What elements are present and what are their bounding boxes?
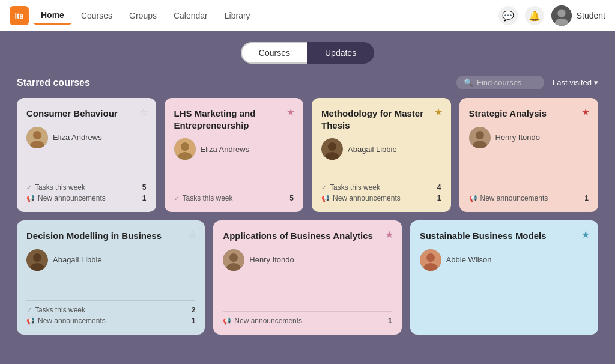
stat-count: 5	[142, 183, 147, 192]
avatar	[551, 5, 572, 26]
main-content: Starred courses 🔍 Last visited ▾ ☆ Consu…	[0, 71, 615, 344]
card-stats: ✓Tasks this week 4 📢New announcements 1	[321, 178, 441, 202]
user-menu[interactable]: Student	[551, 5, 605, 26]
stat-row: ✓Tasks this week 4	[321, 183, 441, 192]
stat-label: Tasks this week	[35, 306, 85, 314]
svg-point-19	[229, 253, 238, 262]
stat-row: 📢New announcements 1	[223, 317, 392, 325]
stat-label: Tasks this week	[183, 194, 233, 202]
stat-label: New announcements	[38, 317, 106, 325]
course-card-strategic-analysis[interactable]: ★ Strategic Analysis Henry Itondo 📢New a…	[459, 98, 599, 212]
stat-label: Tasks this week	[35, 183, 85, 192]
instructor-avatar	[26, 127, 48, 148]
card-stats: ✓Tasks this week 2 📢New announcements 1	[26, 300, 195, 325]
check-icon: ✓	[26, 184, 32, 192]
logo: its	[10, 6, 29, 25]
stat-count: 1	[192, 317, 196, 325]
star-icon[interactable]: ★	[581, 106, 590, 118]
instructor-avatar	[469, 127, 491, 148]
instructor-avatar	[174, 138, 196, 160]
card-title: LHS Marketing and Entrepreneurship	[174, 108, 294, 131]
stat-row: ✓Tasks this week 5	[26, 183, 147, 192]
stat-label: New announcements	[38, 194, 106, 202]
svg-point-4	[33, 131, 41, 139]
instructor-row: Henry Itondo	[469, 127, 589, 148]
search-area[interactable]: 🔍	[456, 76, 544, 89]
stat-label: Tasks this week	[330, 183, 380, 192]
star-icon[interactable]: ★	[434, 106, 443, 118]
section-actions: 🔍 Last visited ▾	[456, 76, 598, 89]
stat-count: 4	[437, 183, 441, 192]
card-title: Applications of Business Analytics	[223, 230, 392, 242]
stat-count: 5	[289, 194, 294, 202]
star-icon[interactable]: ★	[286, 106, 295, 118]
nav-library[interactable]: Library	[217, 7, 258, 24]
star-icon[interactable]: ★	[385, 229, 393, 240]
stat-count: 2	[192, 306, 196, 314]
stat-count: 1	[437, 194, 441, 202]
sort-dropdown[interactable]: Last visited ▾	[553, 78, 598, 87]
svg-point-13	[476, 131, 484, 139]
card-stats: ✓Tasks this week 5 📢New announcements 1	[26, 178, 147, 202]
course-card-methodology[interactable]: ★ Methodology for Master Thesis Abagail …	[312, 98, 451, 212]
instructor-row: Abagail Libbie	[321, 138, 441, 160]
instructor-row: Henry Itondo	[223, 249, 392, 271]
navbar: its Home Courses Groups Calendar Library…	[0, 0, 615, 31]
instructor-name: Eliza Andrews	[53, 133, 102, 142]
tab-switcher: Courses Updates	[0, 31, 615, 71]
card-title: Strategic Analysis	[469, 108, 589, 120]
stat-label: New announcements	[333, 194, 401, 202]
instructor-row: Abagail Libbie	[26, 249, 195, 271]
card-stats: ✓Tasks this week 5	[174, 189, 294, 202]
tab-courses[interactable]: Courses	[241, 42, 308, 64]
nav-groups[interactable]: Groups	[122, 7, 164, 24]
check-icon: ✓	[174, 195, 180, 202]
nav-calendar[interactable]: Calendar	[166, 7, 215, 24]
course-card-decision-modelling[interactable]: ☆ Decision Modelling in Business Abagail…	[17, 220, 205, 335]
stat-count: 1	[584, 194, 589, 202]
course-card-lhs-marketing[interactable]: ★ LHS Marketing and Entrepreneurship Eli…	[165, 98, 304, 212]
nav-courses[interactable]: Courses	[74, 7, 120, 24]
course-card-consumer-behaviour[interactable]: ☆ Consumer Behaviour Eliza Andrews ✓Task…	[17, 98, 156, 212]
star-icon[interactable]: ★	[581, 229, 590, 240]
svg-point-10	[328, 142, 336, 151]
star-icon[interactable]: ☆	[188, 229, 196, 240]
card-stats: 📢New announcements 1	[469, 189, 589, 202]
tab-updates[interactable]: Updates	[308, 42, 374, 64]
instructor-row: Eliza Andrews	[26, 127, 147, 148]
notifications-icon[interactable]: 🔔	[525, 6, 544, 25]
search-input[interactable]	[477, 78, 537, 87]
svg-point-7	[181, 142, 189, 151]
instructor-name: Abagail Libbie	[53, 255, 102, 264]
nav-links: Home Courses Groups Calendar Library	[34, 7, 494, 25]
stat-row: 📢New announcements 1	[26, 317, 195, 325]
stat-row: ✓Tasks this week 2	[26, 306, 195, 314]
instructor-name: Henry Itondo	[249, 255, 294, 264]
nav-home[interactable]: Home	[34, 7, 71, 25]
section-header: Starred courses 🔍 Last visited ▾	[17, 76, 598, 89]
check-icon: ✓	[26, 306, 32, 314]
messages-icon[interactable]: 💬	[498, 6, 518, 25]
course-card-sustainable-business[interactable]: ★ Sustainable Business Models Abbie Wils…	[410, 220, 598, 335]
announcement-icon: 📢	[321, 195, 330, 202]
user-name: Student	[577, 11, 605, 20]
card-title: Consumer Behaviour	[26, 108, 147, 120]
svg-point-22	[426, 253, 435, 262]
star-icon[interactable]: ☆	[139, 106, 148, 118]
instructor-name: Eliza Andrews	[201, 145, 250, 154]
course-card-business-analytics[interactable]: ★ Applications of Business Analytics Hen…	[213, 220, 401, 335]
card-title: Decision Modelling in Business	[26, 230, 195, 242]
search-icon: 🔍	[464, 78, 473, 87]
instructor-name: Abagail Libbie	[348, 145, 397, 154]
instructor-avatar	[223, 249, 244, 271]
card-title: Methodology for Master Thesis	[321, 108, 441, 131]
card-title: Sustainable Business Models	[420, 230, 589, 242]
sort-label: Last visited	[553, 78, 592, 87]
stat-count: 1	[388, 317, 392, 325]
chevron-down-icon: ▾	[594, 78, 598, 87]
stat-row: 📢New announcements 1	[321, 194, 441, 202]
instructor-avatar	[321, 138, 343, 160]
instructor-row: Eliza Andrews	[174, 138, 294, 160]
announcement-icon: 📢	[223, 317, 231, 325]
nav-right: 💬 🔔 Student	[498, 5, 605, 26]
